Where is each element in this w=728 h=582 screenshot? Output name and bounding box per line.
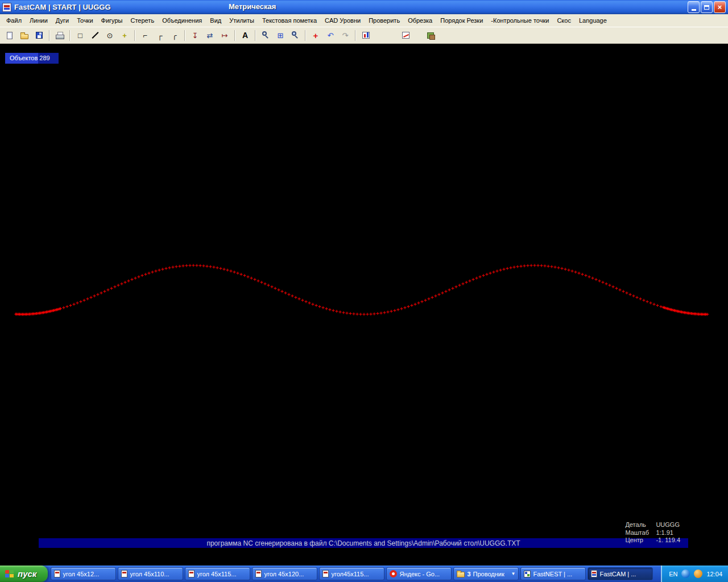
snap-bottom-icon: ↧ bbox=[192, 32, 198, 39]
close-button[interactable]: × bbox=[714, 1, 726, 13]
point-icon: + bbox=[122, 32, 127, 39]
menu-item-2[interactable]: Линии bbox=[26, 15, 52, 26]
fastcam-app-icon bbox=[2, 3, 11, 12]
yandex-icon bbox=[390, 570, 397, 577]
snap-bottom-button[interactable]: ↧ bbox=[188, 29, 202, 42]
window-title: FastCAM | START | UUGGG bbox=[14, 3, 111, 11]
corner-trim-button[interactable]: ⌐ bbox=[138, 29, 152, 42]
tray-icon-1[interactable] bbox=[681, 569, 690, 578]
menu-item-13[interactable]: Обрезка bbox=[404, 15, 436, 26]
part-name-row: Деталь UUGGG bbox=[625, 521, 680, 529]
minimize-button[interactable] bbox=[688, 1, 700, 13]
open-file-icon bbox=[20, 34, 28, 39]
menu-item-4[interactable]: Точки bbox=[73, 15, 97, 26]
point-button[interactable]: + bbox=[118, 29, 131, 42]
toolbar-separator bbox=[234, 30, 235, 41]
language-indicator[interactable]: EN bbox=[669, 571, 677, 577]
zoom-window-button[interactable] bbox=[288, 29, 302, 42]
taskbar-button-8[interactable]: FastNEST | ... bbox=[520, 567, 586, 580]
windows-logo-icon bbox=[5, 570, 14, 578]
taskbar-button-label: угол 45x120... bbox=[264, 571, 304, 577]
menu-item-7[interactable]: Объединения bbox=[158, 15, 206, 26]
undo-button[interactable]: ↶ bbox=[324, 29, 337, 42]
menu-item-3[interactable]: Дуги bbox=[52, 15, 73, 26]
translate-button[interactable]: ↦ bbox=[218, 29, 231, 42]
taskbar-button-4[interactable]: угол 45x120... bbox=[252, 567, 317, 580]
circle-center-icon: ⊙ bbox=[107, 32, 113, 39]
minimize-icon bbox=[692, 9, 696, 11]
maximize-button[interactable] bbox=[701, 1, 713, 13]
menu-item-5[interactable]: Фигуры bbox=[97, 15, 127, 26]
break-entity-icon: ⇄ bbox=[207, 32, 213, 39]
print-icon bbox=[56, 32, 64, 39]
break-entity-button[interactable]: ⇄ bbox=[203, 29, 217, 42]
zoom-out-button[interactable] bbox=[259, 29, 272, 42]
menu-item-9[interactable]: Утилиты bbox=[225, 15, 258, 26]
plot-preview-icon bbox=[362, 32, 370, 39]
rectangle-button[interactable]: □ bbox=[73, 29, 87, 42]
nc-status-bar: программа NC сгенерирована в файл C:\Doc… bbox=[39, 538, 688, 548]
menu-item-14[interactable]: Порядок Резки bbox=[436, 15, 487, 26]
taskbar-button-6[interactable]: Яндекс - Go... bbox=[386, 567, 452, 580]
scale-value: 1:1.91 bbox=[656, 529, 673, 537]
center-label: Центр bbox=[625, 537, 656, 544]
menu-item-15[interactable]: -Контрольные точки bbox=[487, 15, 553, 26]
new-file-button[interactable] bbox=[3, 29, 16, 42]
taskbar-button-9[interactable]: FastCAM | ... bbox=[588, 567, 653, 580]
start-button[interactable]: пуск bbox=[0, 566, 48, 582]
corner-fillet-button[interactable]: ╭ bbox=[168, 29, 181, 42]
menu-item-10[interactable]: Текстовая пометка bbox=[258, 15, 321, 26]
toolbar-separator bbox=[49, 30, 50, 41]
toolbar-separator bbox=[355, 30, 356, 41]
circle-center-button[interactable]: ⊙ bbox=[103, 29, 117, 42]
taskbar-button-7[interactable]: 3Проводник▼ bbox=[453, 567, 519, 580]
doc-icon bbox=[255, 570, 262, 577]
text-annotation-icon: A bbox=[242, 31, 248, 39]
text-annotation-button[interactable]: A bbox=[238, 29, 252, 42]
nc-status-message: программа NC сгенерирована в файл C:\Doc… bbox=[206, 539, 520, 547]
menu-item-11[interactable]: CAD Уровни bbox=[321, 15, 365, 26]
nc-verify-icon bbox=[402, 32, 410, 39]
taskbar-button-label: Проводник bbox=[473, 571, 504, 577]
taskbar-button-2[interactable]: угол 45x110... bbox=[118, 567, 183, 580]
zoom-window-icon bbox=[291, 31, 299, 39]
toolbar-separator bbox=[305, 30, 306, 41]
add-point-icon: + bbox=[313, 31, 318, 40]
line-icon bbox=[91, 31, 99, 39]
corner-chamfer-button[interactable]: ┌ bbox=[153, 29, 167, 42]
group-dropdown-arrow-icon[interactable]: ▼ bbox=[511, 571, 516, 576]
print-button[interactable] bbox=[53, 29, 67, 42]
menu-item-12[interactable]: Проверить bbox=[365, 15, 404, 26]
new-file-icon bbox=[7, 32, 13, 39]
taskbar-button-5[interactable]: угол45x115... bbox=[319, 567, 384, 580]
zoom-fit-icon: ⊞ bbox=[278, 32, 284, 39]
tray-icon-2[interactable] bbox=[694, 569, 702, 578]
fastnest-icon bbox=[524, 571, 531, 577]
menu-item-16[interactable]: Скос bbox=[553, 15, 575, 26]
nest-export-button[interactable] bbox=[424, 29, 437, 42]
menu-item-6[interactable]: Стереть bbox=[127, 15, 159, 26]
save-file-button[interactable] bbox=[32, 29, 46, 42]
menu-item-8[interactable]: Вид bbox=[206, 15, 225, 26]
zoom-fit-button[interactable]: ⊞ bbox=[274, 29, 287, 42]
plot-preview-button[interactable] bbox=[359, 29, 373, 42]
open-file-button[interactable] bbox=[18, 29, 31, 42]
doc-icon bbox=[322, 570, 329, 577]
toolbar-separator bbox=[69, 30, 71, 41]
drawing-canvas[interactable]: Объектов 289 Деталь UUGGG Маштаб 1:1.91 … bbox=[0, 44, 728, 566]
redo-button[interactable]: ↷ bbox=[338, 29, 352, 42]
system-tray: EN 12:04 bbox=[661, 566, 728, 582]
line-button[interactable] bbox=[88, 29, 102, 42]
nest-export-icon bbox=[427, 32, 434, 39]
add-point-button[interactable]: + bbox=[309, 29, 322, 42]
window-controls: × bbox=[688, 1, 726, 13]
taskbar-button-3[interactable]: угол 45x115... bbox=[185, 567, 250, 580]
nc-verify-button[interactable] bbox=[399, 29, 412, 42]
drawing-units-title: Метрическая bbox=[229, 2, 276, 11]
taskbar-button-1[interactable]: угол 45x12... bbox=[51, 567, 116, 580]
menu-item-17[interactable]: Language bbox=[575, 15, 611, 26]
center-value: -1. 119.4 bbox=[656, 537, 680, 544]
menu-item-1[interactable]: Файл bbox=[2, 15, 26, 26]
part-name-value: UUGGG bbox=[656, 521, 680, 529]
doc-icon bbox=[121, 570, 127, 577]
